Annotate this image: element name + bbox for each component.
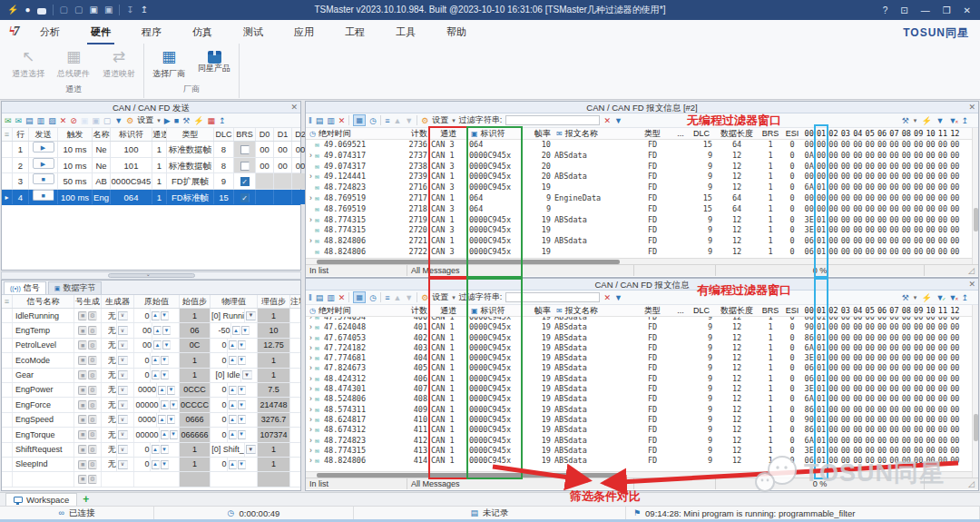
column-header-注释[interactable]: 注释 bbox=[290, 295, 301, 308]
byte-column-header-04[interactable]: 04 bbox=[852, 128, 864, 139]
chat-icon[interactable] bbox=[37, 8, 46, 15]
signal-row-ShiftRequest[interactable]: ShiftRequest■⚙无∨0▲▼1[0] Shift_▼1 bbox=[2, 443, 300, 458]
signal-row-EngForce[interactable]: EngForce■⚙无∨00000▲▼0CCCC0▲▼214748 bbox=[2, 398, 300, 412]
column-header-DLC[interactable]: DLC bbox=[689, 305, 714, 316]
gear-icon[interactable]: ⚙ bbox=[88, 386, 97, 395]
signal-row-SleepInd[interactable]: SleepInd■⚙无∨0▲▼10▲▼1 bbox=[2, 458, 300, 472]
dropdown-icon[interactable]: ∨ bbox=[118, 370, 128, 379]
down-icon[interactable]: ▼ bbox=[405, 291, 413, 304]
send-row-3[interactable]: 3■50 msAB0000C9451FD扩展帧9✓ bbox=[2, 173, 300, 190]
trigger-cell[interactable]: 50 ms bbox=[58, 173, 93, 189]
message-row-401[interactable]: ›✉47.624048401CAN 10000C945x19ABSdataFD9… bbox=[306, 322, 978, 332]
column-header-...[interactable]: ... bbox=[672, 305, 689, 316]
close-icon[interactable]: ✕ bbox=[964, 5, 971, 15]
message-row-410[interactable]: ›✉48.624817410CAN 10000C945x19ABSdataFD9… bbox=[306, 415, 978, 425]
message-row-2718[interactable]: ✉48.7695192718CAN 30649FD156410000000000… bbox=[306, 204, 978, 215]
up-icon[interactable]: ▲ bbox=[393, 291, 401, 304]
message-row-2717[interactable]: ›✉48.7695192717CAN 10649EngineDataFD1564… bbox=[306, 193, 978, 204]
column-header-类型[interactable]: 类型 bbox=[632, 305, 672, 316]
byte-column-header-03[interactable]: 03 bbox=[839, 305, 851, 316]
message-row-408[interactable]: ›✉48.524806408CAN 10000C945x19ABSdataFD9… bbox=[306, 394, 978, 404]
column-header-信号名称[interactable]: 信号名称 bbox=[13, 295, 74, 308]
message-row-2736[interactable]: ✉49.0695212736CAN 306410FD15641000000000… bbox=[306, 140, 978, 151]
resize-grip-icon[interactable]: ◿ bbox=[925, 478, 978, 489]
docs-window-icon[interactable]: ⊡ bbox=[900, 5, 907, 15]
column-header-marker[interactable]: ≡ bbox=[2, 128, 13, 141]
copy-plus-icon[interactable]: ▥ bbox=[37, 114, 45, 127]
byte-column-header-01[interactable]: 01 bbox=[815, 128, 827, 139]
gear-icon[interactable]: ⚙ bbox=[421, 114, 428, 127]
wrench-icon[interactable]: ⚒ bbox=[902, 291, 909, 304]
horizontal-splitter[interactable]: ⌄ bbox=[1, 271, 301, 280]
column-header-帧率[interactable]: 帧率 bbox=[522, 128, 553, 139]
save-as-icon[interactable]: ▣ bbox=[92, 114, 100, 127]
column-header-计数[interactable]: 计数 bbox=[391, 305, 429, 316]
gear-icon[interactable]: ⚙ bbox=[88, 311, 97, 320]
up-icon[interactable]: ▲ bbox=[393, 114, 401, 127]
export-icon[interactable]: ↥ bbox=[141, 0, 148, 20]
apply-filter-icon[interactable]: ▼ bbox=[614, 114, 622, 127]
column-header-BRS[interactable]: BRS bbox=[760, 128, 781, 139]
gear-icon[interactable]: ⚙ bbox=[126, 114, 133, 127]
list-mode-label[interactable]: In list bbox=[306, 265, 407, 276]
filter-icon[interactable]: ▼ bbox=[114, 114, 122, 127]
scrollbar-thumb[interactable] bbox=[317, 260, 620, 264]
export-icon[interactable]: ↥ bbox=[961, 114, 968, 127]
restore-icon[interactable]: ❐ bbox=[943, 5, 951, 15]
message-row-2737[interactable]: ›✉49.0743172737CAN 10000C945x20ABSdataFD… bbox=[306, 151, 978, 162]
message-row-402[interactable]: ›✉47.674053402CAN 10000C945x19ABSdataFD9… bbox=[306, 333, 978, 343]
trigger-cell[interactable]: 100 ms bbox=[58, 190, 93, 205]
resize-grip-icon[interactable]: ◿ bbox=[925, 265, 978, 276]
open-icon[interactable]: ▢ bbox=[74, 0, 83, 20]
message-row-412[interactable]: ›✉48.724823412CAN 10000C945x19ABSdataFD9… bbox=[306, 436, 978, 446]
pause-generator-icon[interactable]: ■ bbox=[78, 356, 87, 365]
funnel-x-icon[interactable]: ▼✕ bbox=[949, 291, 957, 304]
decrement-icon[interactable]: ▼ bbox=[161, 311, 169, 320]
gear-icon[interactable]: ⚙ bbox=[88, 445, 97, 454]
signal-row-partial[interactable]: ■⚙ bbox=[2, 472, 300, 487]
byte-column-header-12[interactable]: 12 bbox=[949, 128, 961, 139]
column-header-ESI[interactable]: ESI bbox=[781, 305, 803, 316]
horizontal-scrollbar[interactable] bbox=[306, 258, 978, 264]
message-filter-label[interactable]: All Messages bbox=[407, 478, 634, 489]
vertical-scrollbar[interactable] bbox=[972, 128, 978, 264]
clock-icon[interactable]: ◷ bbox=[369, 114, 377, 127]
decrement-icon[interactable]: ▼ bbox=[161, 460, 169, 469]
scrollbar-thumb[interactable] bbox=[974, 208, 978, 231]
increment-icon[interactable]: ▲ bbox=[152, 356, 160, 365]
brs-checkbox[interactable] bbox=[240, 162, 250, 171]
decrement-icon[interactable]: ▼ bbox=[161, 445, 169, 454]
scrollbar-thumb[interactable] bbox=[974, 414, 978, 441]
byte-column-header-09[interactable]: 09 bbox=[913, 128, 925, 139]
byte-column-header-07[interactable]: 07 bbox=[888, 128, 900, 139]
bolt-icon[interactable]: ⚡ bbox=[921, 291, 931, 304]
message-row-2739[interactable]: ›✉49.1244412739CAN 10000C945x20ABSdataFD… bbox=[306, 172, 978, 182]
column-header-计数[interactable]: 计数 bbox=[391, 128, 429, 139]
import-frame-icon[interactable]: ✉ bbox=[15, 114, 23, 127]
bolt-icon[interactable]: ⚡ bbox=[193, 114, 203, 127]
delete-icon[interactable]: ✕ bbox=[338, 114, 346, 127]
record-icon[interactable]: ● bbox=[24, 0, 30, 20]
byte-column-header-06[interactable]: 06 bbox=[876, 305, 887, 316]
tab-工程[interactable]: 工程 bbox=[341, 24, 368, 44]
message-row-2716[interactable]: ✉48.7248232716CAN 30000C945x19FD912106A0… bbox=[306, 182, 978, 193]
dropdown-icon[interactable]: ∨ bbox=[118, 356, 128, 365]
dropdown-icon[interactable]: ∨ bbox=[118, 460, 128, 469]
copy-icon[interactable]: ▤ bbox=[316, 114, 324, 127]
byte-column-header-10[interactable]: 10 bbox=[925, 305, 936, 316]
column-header-DLC[interactable]: DLC bbox=[214, 128, 234, 141]
pause-generator-icon[interactable]: ■ bbox=[78, 415, 87, 424]
tab-测试[interactable]: 测试 bbox=[240, 24, 267, 44]
dropdown-icon[interactable]: ∨ bbox=[118, 445, 128, 454]
dropdown-icon[interactable]: ∨ bbox=[118, 311, 128, 320]
signal-row-EngTemp[interactable]: EngTemp■⚙无∨00▲▼06-50▲▼10 bbox=[2, 323, 300, 338]
decrement-icon[interactable]: ▼ bbox=[170, 430, 178, 439]
increment-icon[interactable]: ▲ bbox=[153, 340, 162, 350]
add-workspace-button[interactable]: + bbox=[83, 493, 89, 506]
column-header-帧率[interactable]: 帧率 bbox=[522, 305, 553, 316]
save-as-icon[interactable]: ▣ bbox=[104, 0, 113, 20]
tsmaster-logo-icon[interactable]: ϟ7 bbox=[9, 25, 19, 39]
column-header-D1[interactable]: D1 bbox=[274, 128, 292, 141]
horizontal-scrollbar[interactable] bbox=[306, 471, 978, 478]
message-row-403[interactable]: ›✉47.724182403CAN 10000C945x19ABSdataFD9… bbox=[306, 343, 978, 353]
